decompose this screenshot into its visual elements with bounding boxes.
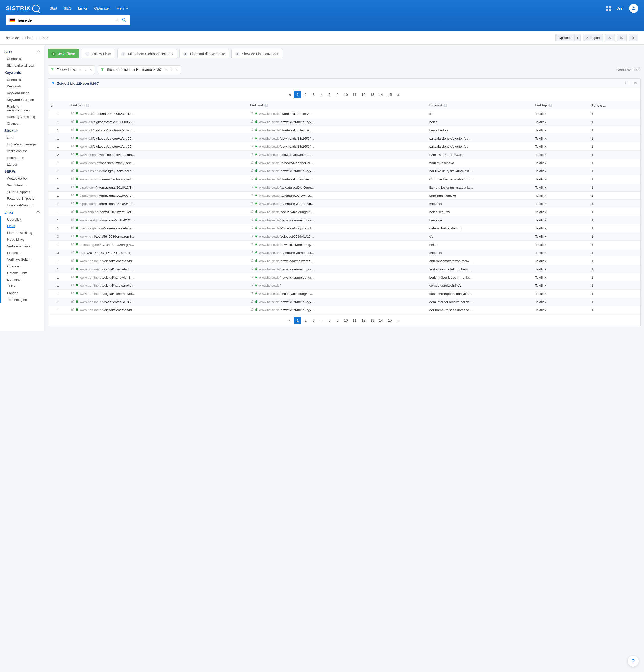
page-btn[interactable]: 13	[368, 317, 376, 324]
table-row[interactable]: 1www.idnes.cz/onadnes/vztahy-sex/spol…ww…	[48, 159, 640, 167]
book-button[interactable]	[617, 34, 627, 41]
nav-mehr ▾[interactable]: Mehr ▾	[117, 6, 128, 11]
external-icon[interactable]	[250, 185, 253, 189]
table-row[interactable]: 1www.is.fi/autot/art-2000005231213.htm…w…	[48, 110, 640, 118]
nav-optimizer[interactable]: Optimizer	[94, 6, 110, 11]
help-icon[interactable]: ?	[171, 68, 173, 72]
external-icon[interactable]	[250, 218, 253, 222]
apps-icon[interactable]	[606, 6, 611, 11]
page-btn[interactable]: 4	[318, 317, 325, 324]
page-btn[interactable]: 12	[360, 91, 367, 98]
help-icon[interactable]: ?	[548, 104, 552, 107]
external-icon[interactable]	[71, 210, 74, 214]
nav-links[interactable]: Links	[78, 6, 88, 11]
external-icon[interactable]	[250, 177, 253, 181]
table-row[interactable]: 1www.t-online.de/digital/internet/id_833…	[48, 265, 640, 273]
external-icon[interactable]	[71, 161, 74, 165]
help-icon[interactable]: ?	[85, 68, 86, 72]
external-icon[interactable]	[71, 185, 74, 189]
external-icon[interactable]	[250, 128, 253, 132]
external-icon[interactable]	[250, 112, 253, 116]
external-icon[interactable]	[71, 267, 74, 271]
page-btn[interactable]: «	[286, 91, 293, 98]
options-button[interactable]: Optionen	[555, 34, 575, 41]
external-icon[interactable]	[250, 275, 253, 279]
external-icon[interactable]	[250, 161, 253, 165]
filter-btn[interactable]: +Follow-Links	[81, 49, 115, 59]
avatar[interactable]	[629, 4, 638, 13]
table-row[interactable]: 1www.is.fi/digitoday/tietoturva/art-2000…	[48, 143, 640, 151]
external-icon[interactable]	[71, 128, 74, 132]
table-row[interactable]: 2www.idnes.cz/technet/software/kontrol…w…	[48, 151, 640, 159]
side-item[interactable]: Keyword-Gruppen	[0, 96, 44, 103]
page-btn[interactable]: 4	[318, 91, 325, 98]
external-icon[interactable]	[71, 177, 74, 181]
flag-de-icon[interactable]	[9, 18, 15, 22]
page-btn[interactable]: 5	[326, 91, 333, 98]
close-icon[interactable]: ✕	[175, 68, 178, 72]
table-row[interactable]: 1www.t-online.de/digital/handy/id_82967……	[48, 273, 640, 281]
col-linktext[interactable]: Linktext?	[427, 101, 533, 110]
external-icon[interactable]	[71, 120, 74, 124]
external-icon[interactable]	[250, 267, 253, 271]
side-item[interactable]: Defekte Links	[1, 269, 44, 276]
external-icon[interactable]	[71, 144, 74, 148]
external-icon[interactable]	[250, 226, 253, 230]
page-btn[interactable]: «	[286, 317, 293, 324]
side-item[interactable]: Verlinkte Seiten	[1, 256, 44, 263]
page-btn[interactable]: 15	[386, 91, 394, 98]
external-icon[interactable]	[71, 292, 74, 296]
share-button[interactable]	[605, 34, 615, 41]
search-input[interactable]	[18, 18, 113, 22]
nav-seo[interactable]: SEO	[64, 6, 72, 11]
table-row[interactable]: 1tecnoblog.net/272541/amazon-gravaco…www…	[48, 241, 640, 249]
external-icon[interactable]	[71, 136, 74, 140]
side-item[interactable]: Suchintention	[0, 182, 44, 189]
shortlink-button[interactable]	[629, 34, 638, 41]
edit-icon[interactable]: ✎	[79, 68, 82, 72]
star-icon[interactable]: ☆	[116, 18, 119, 22]
external-icon[interactable]	[71, 275, 74, 279]
page-btn[interactable]: 10	[342, 317, 350, 324]
col-from[interactable]: Link von?	[68, 101, 248, 110]
search-icon[interactable]	[122, 17, 126, 23]
external-icon[interactable]	[250, 243, 253, 247]
table-row[interactable]: 1www.dinside.no/bolig/ny-boks-fjerner-tv…	[48, 167, 640, 175]
external-icon[interactable]	[71, 226, 74, 230]
help-icon[interactable]: ?	[264, 104, 268, 107]
page-btn[interactable]: 3	[310, 317, 317, 324]
page-btn[interactable]: 3	[310, 91, 317, 98]
page-btn[interactable]: 2	[302, 317, 309, 324]
page-btn[interactable]: 13	[368, 91, 376, 98]
external-icon[interactable]	[250, 120, 253, 124]
external-icon[interactable]	[71, 251, 74, 255]
gear-icon[interactable]	[633, 81, 637, 85]
table-row[interactable]: 3www.nu.nl/tech/5642036/amazon-liet-gebr…	[48, 232, 640, 241]
external-icon[interactable]	[250, 284, 253, 287]
side-item[interactable]: Wettbewerber	[0, 175, 44, 182]
side-item[interactable]: Hostnamen	[0, 154, 44, 161]
page-btn[interactable]: 12	[360, 317, 367, 324]
side-item[interactable]: Länder	[0, 161, 44, 168]
side-item[interactable]: Chancen	[1, 263, 44, 269]
page-btn[interactable]: 14	[377, 91, 385, 98]
table-row[interactable]: 1www.is.fi/digitoday/tietoturva/art-2000…	[48, 134, 640, 143]
filter-btn[interactable]: +Jetzt filtern	[48, 49, 79, 59]
external-icon[interactable]	[250, 235, 253, 238]
external-icon[interactable]	[71, 243, 74, 247]
page-btn[interactable]: 5	[326, 317, 333, 324]
side-item[interactable]: Link-Entwicklung	[1, 229, 44, 236]
external-icon[interactable]	[250, 300, 253, 304]
table-row[interactable]: 3ria.ru/20190420/1552874176.htmlwww.heis…	[48, 249, 640, 257]
page-btn[interactable]: 2	[302, 91, 309, 98]
page-btn[interactable]: 10	[342, 91, 350, 98]
external-icon[interactable]	[71, 235, 74, 238]
table-row[interactable]: 1elpais.com/internacional/2018/11/30/a…w…	[48, 183, 640, 192]
logo[interactable]: SISTRIX	[6, 5, 40, 12]
external-icon[interactable]	[71, 259, 74, 263]
table-row[interactable]: 1www.is.fi/digitoday/tietoturva/art-2000…	[48, 126, 640, 134]
external-icon[interactable]	[71, 202, 74, 206]
options-caret[interactable]: ▾	[574, 34, 581, 41]
side-item[interactable]: Überblick	[1, 216, 44, 223]
side-item[interactable]: Verzeichnisse	[0, 148, 44, 154]
